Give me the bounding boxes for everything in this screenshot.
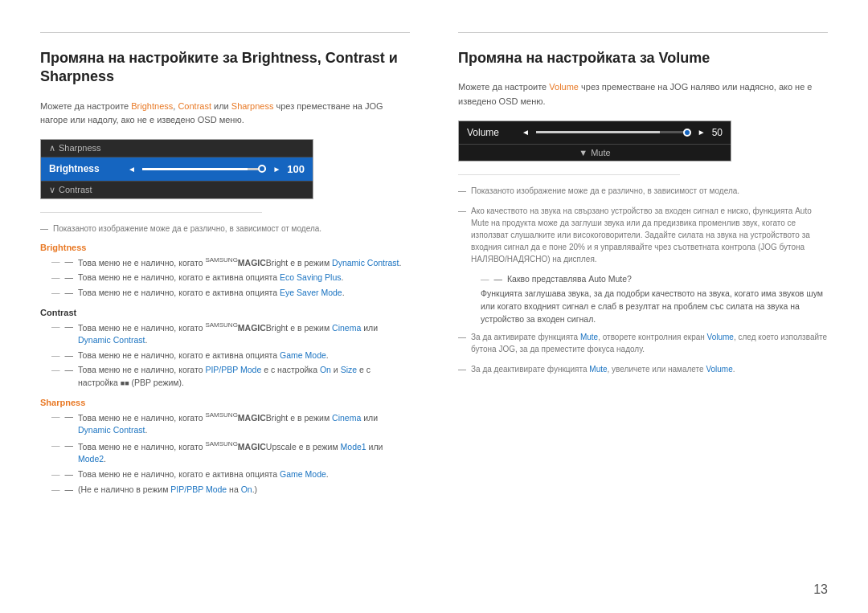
vol-value: 50: [712, 127, 723, 138]
osd-top-row: ∧ Sharpness: [41, 140, 313, 157]
brightness-heading: Brightness: [40, 243, 410, 252]
vol-main-row: Volume ◄ ► 50: [459, 121, 731, 144]
sharpness-heading: Sharpness: [40, 398, 410, 407]
sharpness-item-1: —Това меню не е налично, когато SAMSUNGM…: [40, 411, 410, 437]
contrast-item-3: —Това меню не е налично, когато PIP/PBP …: [40, 364, 410, 390]
vol-label: Volume: [467, 127, 515, 138]
brightness-item-2: —Това меню не е налично, когато е активн…: [40, 272, 410, 284]
osd-top-label: Sharpness: [59, 143, 101, 153]
sharpness-item-3: —Това меню не е налично, когато е активн…: [40, 468, 410, 481]
divider-right: [458, 174, 680, 175]
osd-bottom-arrow: ∨: [49, 185, 55, 195]
right-section: Промяна на настройката за Volume Можете …: [458, 32, 828, 498]
osd-brightness-box: ∧ Sharpness Brightness ◄ ► 100 ∨ Contras…: [40, 139, 313, 199]
vol-mute-row: ▼ Mute: [459, 144, 731, 161]
right-note4: За да деактивирате функцията Mute, увели…: [458, 363, 828, 375]
divider-left: [40, 212, 262, 213]
osd-bottom-row: ∨ Contrast: [41, 181, 313, 198]
osd-arrow-left: ◄: [128, 165, 136, 174]
left-note: Показаното изображение може да е различн…: [40, 223, 410, 235]
vol-arrow-right: ►: [698, 128, 706, 137]
osd-volume-box: Volume ◄ ► 50 ▼ Mute: [458, 121, 731, 161]
right-note2: Ако качеството на звука на свързано устр…: [458, 205, 828, 265]
mute-label: Mute: [591, 148, 610, 157]
osd-value: 100: [287, 163, 305, 175]
auto-mute-question: —Какво представлява Auto Mute?: [469, 273, 828, 286]
osd-slider-fill: [142, 168, 248, 170]
osd-top-arrow: ∧: [49, 143, 55, 153]
right-note1: Показаното изображение може да е различн…: [458, 185, 828, 197]
contrast-item-2: —Това меню не е налично, когато е активн…: [40, 349, 410, 362]
vol-slider-thumb: [683, 129, 691, 137]
contrast-heading: Contrast: [40, 308, 410, 317]
osd-slider-track: [142, 168, 266, 170]
osd-main-label: Brightness: [49, 163, 121, 174]
osd-arrow-right: ►: [272, 165, 280, 174]
left-section: Промяна на настройките за Brightness, Co…: [40, 32, 410, 498]
auto-mute-answer: Функцията заглушава звука, за да подобри…: [469, 288, 828, 325]
right-note3: За да активирате функцията Mute, отворет…: [458, 331, 828, 355]
brightness-item-1: —Това меню не е налично, когато SAMSUNGM…: [40, 255, 410, 269]
osd-main-row: Brightness ◄ ► 100: [41, 157, 313, 181]
auto-mute-section: —Какво представлява Auto Mute? Функцията…: [469, 273, 828, 326]
right-intro: Можете да настроите Volume чрез преместв…: [458, 80, 828, 108]
sharpness-item-2: —Това меню не е налично, когато SAMSUNGM…: [40, 439, 410, 466]
vol-slider-track: [536, 131, 691, 133]
left-title: Промяна на настройките за Brightness, Co…: [40, 49, 410, 87]
osd-bottom-label: Contrast: [59, 185, 92, 194]
brightness-item-3: —Това меню не е налично, когато е активн…: [40, 287, 410, 300]
vol-arrow-left: ◄: [522, 128, 530, 137]
left-intro: Можете да настроите Brightness, Contrast…: [40, 100, 410, 128]
mute-arrow: ▼: [579, 148, 588, 157]
page-number: 13: [813, 582, 828, 597]
contrast-item-1: —Това меню не е налично, когато SAMSUNGM…: [40, 321, 410, 347]
vol-slider-fill: [536, 131, 660, 133]
osd-slider-thumb: [258, 165, 266, 173]
right-title: Промяна на настройката за Volume: [458, 49, 828, 67]
sharpness-item-4: —(Не е налично в режим PIP/PBP Mode на O…: [40, 484, 410, 497]
